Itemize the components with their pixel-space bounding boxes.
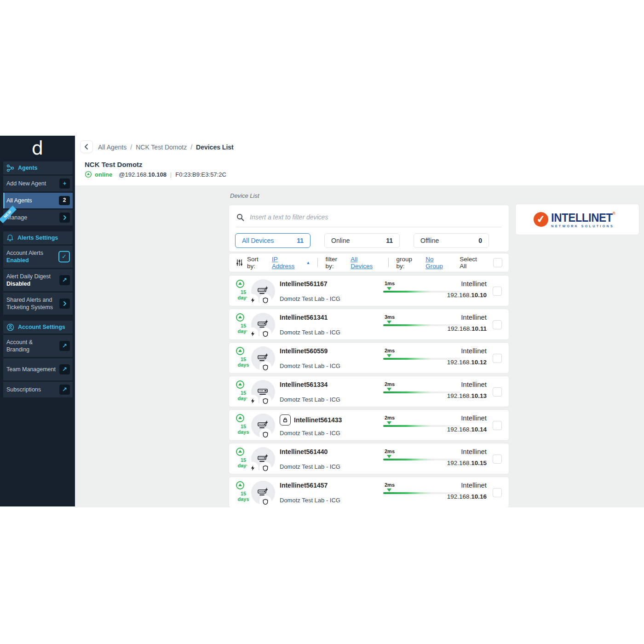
device-subtitle: Domotz Test Lab - ICG (280, 463, 340, 470)
domotz-logo: d (0, 138, 75, 159)
filter-by-value[interactable]: All Devices (351, 256, 381, 270)
device-name: Intellinet561341 (280, 314, 328, 321)
device-row[interactable]: 15daysIntellinet561167Domotz Test Lab - … (229, 275, 509, 306)
sidebar-item-alert-daily-digest[interactable]: Alert Daily DigestDisabled↗ (3, 269, 73, 291)
device-maker: Intellinet (408, 380, 487, 388)
row-checkbox[interactable] (493, 421, 502, 430)
sliders-icon (236, 259, 243, 267)
chevron-right-icon[interactable] (59, 213, 70, 223)
group-by-value[interactable]: No Group (426, 256, 452, 270)
device-ip: 192.168.10.12 (408, 359, 487, 366)
shield-badge-icon (260, 328, 270, 339)
latency-marker-icon (387, 354, 391, 357)
panel-label: Device List (230, 192, 259, 199)
row-checkbox[interactable] (493, 454, 502, 464)
shield-badge-icon (260, 362, 270, 372)
breadcrumb-devices-list: Devices List (196, 144, 234, 151)
search-input[interactable] (249, 213, 501, 221)
device-name: Intellinet561457 (280, 482, 328, 489)
breadcrumb: All Agents / NCK Test Domotz / Devices L… (98, 144, 234, 151)
sidebar-section-header: Alerts Settings (3, 231, 73, 244)
device-maker: Intellinet (408, 347, 487, 355)
device-uptime: 15days (236, 346, 251, 368)
status-up-icon (236, 414, 251, 423)
share-nodes-icon (6, 164, 14, 172)
row-checkbox[interactable] (493, 387, 502, 397)
group-by-label: group by: (396, 256, 422, 270)
chevron-right-icon[interactable] (59, 299, 70, 309)
device-ip: 192.168.10.14 (408, 426, 487, 433)
row-checkbox[interactable] (493, 287, 502, 296)
sidebar-item-add-new-agent[interactable]: Add New Agent+ (3, 176, 73, 191)
device-maker: Intellinet (408, 481, 487, 489)
status-up-icon (236, 481, 251, 490)
latency-marker-icon (387, 287, 391, 290)
power-badge-icon (247, 396, 258, 406)
sidebar-item-manage[interactable]: ManageNEW (3, 210, 73, 225)
device-ip: 192.168.10.10 (408, 292, 487, 299)
sidebar-item-account-alerts[interactable]: Account AlertsEnabled✓ (3, 246, 73, 268)
content-area: Device List All Devices11Online11Offline… (75, 185, 644, 507)
plus-icon[interactable]: + (59, 178, 70, 189)
breadcrumb-agent[interactable]: NCK Test Domotz (136, 144, 187, 151)
sort-bar: Sort by: IP Address ▲ filter by: All Dev… (229, 253, 509, 272)
sidebar-section-account-settings: Account SettingsAccount & Branding↗Team … (0, 321, 75, 397)
device-row[interactable]: 15daysIntellinet561440Domotz Test Lab - … (229, 443, 509, 474)
device-row[interactable]: 15daysIntellinet561457Domotz Test Lab - … (229, 477, 509, 507)
power-badge-icon (247, 328, 258, 339)
sidebar-item-subscriptions[interactable]: Subscriptions↗ (3, 382, 73, 397)
agent-ip: @192.168.10.108 (119, 171, 167, 178)
shield-badge-icon (260, 463, 270, 473)
brand-card: ✔ INTELLINET® NETWORK SOLUTIONS (515, 204, 639, 235)
select-all-checkbox[interactable] (493, 258, 502, 267)
checked-checkbox-icon[interactable]: ✓ (58, 251, 70, 263)
sidebar-item-shared-alerts-and-ticketing-systems[interactable]: Shared Alerts and Ticketing Systems (3, 293, 73, 315)
device-rows: 15daysIntellinet561167Domotz Test Lab - … (229, 275, 509, 507)
search-bar (236, 213, 501, 227)
tab-count: 11 (297, 237, 304, 244)
external-link-icon[interactable]: ↗ (59, 275, 70, 285)
status-up-icon (236, 380, 251, 389)
sidebar-section-header: Account Settings (3, 321, 73, 334)
breadcrumb-all-agents[interactable]: All Agents (98, 144, 126, 151)
device-subtitle: Domotz Test Lab - ICG (280, 497, 340, 504)
tab-offline[interactable]: Offline0 (414, 233, 489, 248)
device-subtitle: Domotz Test Lab - ICG (280, 396, 340, 403)
external-link-icon[interactable]: ↗ (59, 385, 70, 395)
page: d AgentsAdd New Agent+All Agents2ManageN… (0, 0, 644, 644)
external-link-icon[interactable]: ↗ (59, 364, 70, 374)
item-status: Disabled (6, 280, 51, 288)
row-checkbox[interactable] (493, 488, 502, 497)
device-subtitle: Domotz Test Lab - ICG (280, 295, 340, 302)
device-subtitle: Domotz Test Lab - ICG (280, 362, 340, 369)
brand-tagline: NETWORK SOLUTIONS (551, 224, 621, 228)
device-ip: 192.168.10.13 (408, 392, 487, 399)
sidebar-item-all-agents[interactable]: All Agents2 (3, 193, 73, 208)
status-badge: online (95, 171, 112, 178)
account-icon (6, 323, 14, 331)
device-ip: 192.168.10.11 (408, 325, 487, 332)
row-checkbox[interactable] (493, 320, 502, 329)
device-row[interactable]: 15daysIntellinet561341Domotz Test Lab - … (229, 309, 509, 340)
sort-by-value[interactable]: IP Address (272, 256, 301, 270)
sort-direction-icon[interactable]: ▲ (306, 260, 310, 265)
latency-marker-icon (387, 421, 391, 425)
device-row[interactable]: 15daysIntellinet561334Domotz Test Lab - … (229, 376, 509, 407)
sidebar-item-account-branding[interactable]: Account & Branding↗ (3, 335, 73, 357)
filter-by-label: filter by: (325, 256, 347, 270)
device-ip: 192.168.10.16 (408, 493, 487, 500)
tab-all-devices[interactable]: All Devices11 (235, 233, 310, 248)
count-badge: 2 (59, 196, 70, 205)
device-ip: 192.168.10.15 (408, 460, 487, 466)
row-checkbox[interactable] (493, 354, 502, 363)
tab-online[interactable]: Online11 (324, 233, 400, 248)
sidebar-item-team-management[interactable]: Team Management↗ (3, 358, 73, 380)
external-link-icon[interactable]: ↗ (59, 341, 70, 351)
device-row[interactable]: 15daysIntellinet560559Domotz Test Lab - … (229, 342, 509, 374)
status-up-icon (236, 279, 251, 288)
device-row[interactable]: 15daysIntellinet561433Domotz Test Lab - … (229, 409, 509, 441)
status-up-icon (85, 171, 92, 178)
filter-tabs: All Devices11Online11Offline0 (235, 233, 503, 248)
device-name: Intellinet561440 (280, 448, 328, 455)
back-button[interactable] (80, 140, 93, 153)
